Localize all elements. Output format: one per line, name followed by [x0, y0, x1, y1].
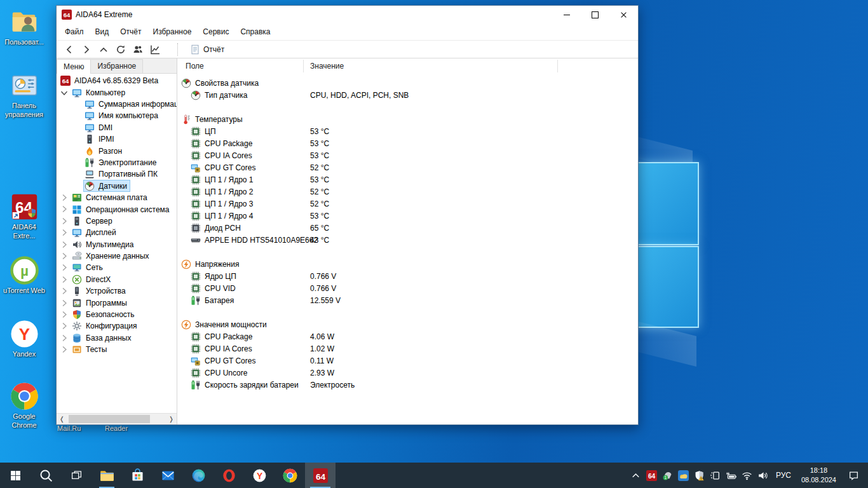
- chevron-right-icon[interactable]: [59, 227, 69, 238]
- scroll-right-icon[interactable]: ❭: [166, 414, 177, 424]
- chevron-right-icon[interactable]: [59, 204, 69, 214]
- taskbar-opera[interactable]: [214, 463, 244, 488]
- report-button[interactable]: Отчёт: [185, 42, 229, 57]
- chevron-right-icon[interactable]: [59, 193, 69, 203]
- minimize-button[interactable]: [552, 6, 581, 24]
- desktop-icon-utorrent[interactable]: µ uTorrent Web: [1, 256, 47, 295]
- chart-button[interactable]: [146, 42, 163, 57]
- menu-item-4[interactable]: Сервис: [197, 25, 234, 38]
- taskbar-file-explorer[interactable]: [92, 463, 122, 488]
- taskbar-yandex-browser[interactable]: Y: [244, 463, 275, 488]
- sensor-row[interactable]: ЦП 1 / Ядро 453 °C: [177, 210, 638, 222]
- tab-favorites[interactable]: Избранное: [90, 59, 143, 73]
- sensor-row[interactable]: Батарея12.559 V: [177, 294, 638, 306]
- taskbar-edge[interactable]: [183, 463, 214, 488]
- sensor-row[interactable]: Ядро ЦП0.766 V: [177, 270, 638, 282]
- tree-item[interactable]: Операционная система: [57, 203, 177, 215]
- tree-item[interactable]: Хранение данных: [57, 250, 177, 262]
- back-button[interactable]: [60, 42, 78, 57]
- menu-item-0[interactable]: Файл: [59, 25, 90, 38]
- tray-power[interactable]: [723, 463, 739, 488]
- column-value[interactable]: Значение: [310, 62, 344, 71]
- sensor-row[interactable]: ЦП53 °C: [177, 125, 638, 137]
- scroll-left-icon[interactable]: ❬: [57, 414, 67, 424]
- sensor-row[interactable]: CPU VID0.766 V: [177, 282, 638, 294]
- sensor-row[interactable]: Скорость зарядки батареиЭлектросеть: [177, 379, 638, 391]
- tree-item[interactable]: Компьютер: [57, 86, 177, 98]
- menu-item-3[interactable]: Избранное: [147, 25, 198, 38]
- up-button[interactable]: [95, 42, 112, 57]
- scrollbar-thumb[interactable]: [69, 415, 150, 423]
- tree-item[interactable]: Мультимедиа: [57, 238, 177, 250]
- tree-item[interactable]: DMI: [57, 122, 177, 133]
- search-button[interactable]: [31, 463, 61, 488]
- tab-menu[interactable]: Меню: [57, 59, 91, 74]
- users-button[interactable]: [129, 42, 146, 57]
- tree-item[interactable]: Имя компьютера: [57, 110, 177, 121]
- menu-item-1[interactable]: Вид: [90, 25, 115, 38]
- tree-item[interactable]: Конфигурация: [57, 320, 177, 332]
- section-header[interactable]: Свойства датчика: [177, 77, 638, 89]
- sensor-row[interactable]: APPLE HDD HTS541010A9E66243 °C: [177, 234, 638, 246]
- sensor-row[interactable]: CPU IA Cores1.02 W: [177, 342, 638, 355]
- section-header[interactable]: Температуры: [177, 113, 638, 125]
- chevron-right-icon[interactable]: [59, 321, 69, 331]
- chevron-right-icon[interactable]: [59, 251, 69, 261]
- clock[interactable]: 18:18 08.08.2024: [796, 466, 841, 485]
- close-button[interactable]: [609, 6, 638, 24]
- chevron-right-icon[interactable]: [59, 286, 69, 296]
- taskbar-chrome[interactable]: [275, 463, 305, 488]
- sensor-row[interactable]: ЦП 1 / Ядро 252 °C: [177, 186, 638, 198]
- desktop-icon-users-folder[interactable]: Пользоват...: [1, 8, 47, 47]
- menu-item-2[interactable]: Отчёт: [114, 25, 147, 38]
- sensor-row[interactable]: ЦП 1 / Ядро 153 °C: [177, 173, 638, 186]
- sensor-row[interactable]: CPU Package53 °C: [177, 137, 638, 149]
- sensor-row[interactable]: CPU Uncore2.93 W: [177, 367, 638, 379]
- tree-item[interactable]: Датчики: [57, 180, 177, 192]
- action-center-button[interactable]: [841, 463, 865, 488]
- forward-button[interactable]: [78, 42, 95, 57]
- column-field[interactable]: Поле: [186, 62, 204, 71]
- desktop-icon-mailru[interactable]: Mail.Ru: [57, 424, 81, 432]
- menu-item-5[interactable]: Справка: [234, 25, 276, 38]
- tree-item[interactable]: Сервер: [57, 215, 177, 227]
- tree-item[interactable]: База данных: [57, 332, 177, 344]
- desktop-icon-chrome[interactable]: Google Chrome: [1, 382, 47, 430]
- chevron-right-icon[interactable]: [59, 344, 69, 355]
- sensor-row[interactable]: CPU Package4.06 W: [177, 330, 638, 342]
- desktop-icon-reader[interactable]: Reader: [105, 424, 128, 432]
- sensor-row[interactable]: Диод PCH65 °C: [177, 222, 638, 234]
- chevron-right-icon[interactable]: [59, 274, 69, 285]
- desktop-icon-aida64[interactable]: 64 AIDA64 Extre...: [1, 193, 47, 241]
- section-header[interactable]: Значения мощности: [177, 318, 638, 330]
- section-header[interactable]: Напряжения: [177, 258, 638, 270]
- tray-weather[interactable]: [675, 463, 691, 488]
- tray-volume[interactable]: [755, 463, 771, 488]
- chevron-right-icon[interactable]: [59, 333, 69, 343]
- tree-item[interactable]: Системная плата: [57, 192, 177, 203]
- tree-item[interactable]: Безопасность: [57, 309, 177, 320]
- tree-item[interactable]: DirectX: [57, 274, 177, 285]
- sensor-row[interactable]: CPU GT Cores0.11 W: [177, 355, 638, 367]
- chevron-right-icon[interactable]: [59, 309, 69, 320]
- tree-item[interactable]: Программы: [57, 297, 177, 308]
- tree-item[interactable]: Электропитание: [57, 157, 177, 168]
- tray-windows-security[interactable]: [691, 463, 707, 488]
- tree-item[interactable]: Суммарная информация: [57, 98, 177, 110]
- chevron-right-icon[interactable]: [59, 240, 69, 250]
- chevron-right-icon[interactable]: [59, 262, 69, 273]
- tree-item[interactable]: IPMI: [57, 133, 177, 145]
- taskbar-mail[interactable]: [153, 463, 183, 488]
- sensor-row[interactable]: ЦП 1 / Ядро 352 °C: [177, 198, 638, 210]
- tray-wifi[interactable]: [739, 463, 755, 488]
- sensor-row[interactable]: CPU IA Cores53 °C: [177, 149, 638, 161]
- desktop-icon-control-panel[interactable]: Панель управления: [1, 71, 47, 119]
- language-indicator[interactable]: РУС: [771, 471, 796, 480]
- desktop-icon-yandex[interactable]: Y Yandex: [1, 320, 47, 359]
- tree-item[interactable]: Сеть: [57, 262, 177, 273]
- chevron-down-icon[interactable]: [59, 88, 69, 98]
- tray-chevron-up[interactable]: [628, 463, 644, 488]
- tree-item[interactable]: Дисплей: [57, 227, 177, 238]
- tree-item[interactable]: Портативный ПК: [57, 168, 177, 180]
- chevron-right-icon[interactable]: [59, 216, 69, 226]
